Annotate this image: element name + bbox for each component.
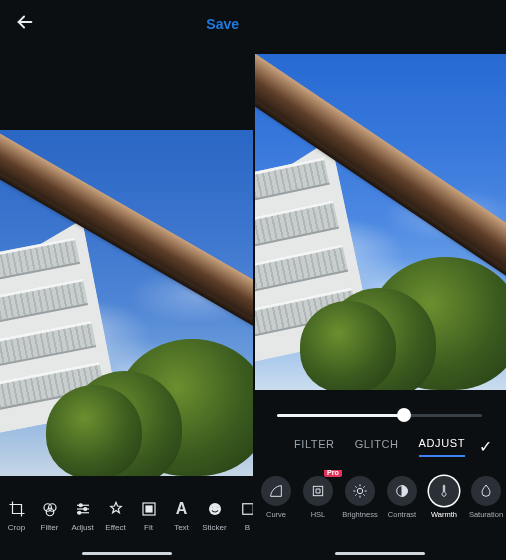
tool-label: Adjust (66, 523, 99, 532)
svg-point-1 (48, 504, 56, 512)
svg-rect-11 (242, 504, 253, 515)
photo-preview (255, 54, 506, 390)
adjust-label: HSL (297, 510, 339, 519)
svg-point-2 (46, 508, 54, 516)
back-arrow-icon[interactable] (14, 11, 36, 37)
tool-strip: Crop Filter Adjust Effect Fit A Text (0, 492, 253, 560)
svg-rect-12 (313, 486, 322, 495)
tool-label: Crop (0, 523, 33, 532)
adjust-label: Warmth (423, 510, 465, 519)
svg-point-13 (357, 488, 362, 493)
adjust-label: Curve (255, 510, 297, 519)
svg-point-10 (216, 507, 218, 509)
adjust-label: Contrast (381, 510, 423, 519)
photo-preview (0, 130, 253, 476)
warmth-icon (436, 483, 452, 499)
adjust-contrast[interactable]: Contrast (381, 470, 423, 519)
filter-icon (33, 498, 66, 520)
hsl-icon (310, 483, 326, 499)
svg-point-5 (77, 511, 80, 514)
crop-icon (0, 498, 33, 520)
svg-point-4 (83, 508, 86, 511)
brush-icon (231, 498, 253, 520)
tool-adjust[interactable]: Adjust (66, 498, 99, 532)
adjust-curve[interactable]: Curve (255, 470, 297, 519)
slider-track (277, 414, 482, 417)
tool-label: Text (165, 523, 198, 532)
slider-fill (277, 414, 404, 417)
svg-point-8 (209, 503, 221, 515)
save-button[interactable]: Save (206, 16, 239, 32)
tool-text[interactable]: A Text (165, 498, 198, 532)
saturation-icon (478, 483, 494, 499)
svg-point-3 (79, 504, 82, 507)
tool-label: Fit (132, 523, 165, 532)
tool-effect[interactable]: Effect (99, 498, 132, 532)
confirm-button[interactable]: ✓ (479, 437, 492, 456)
tool-fit[interactable]: Fit (132, 498, 165, 532)
mode-tabs: FILTER GLITCH ADJUST (253, 430, 506, 464)
tool-sticker[interactable]: Sticker (198, 498, 231, 532)
tool-label: Sticker (198, 523, 231, 532)
adjust-strip: Curve Pro HSL Brightness Contrast Warmth (253, 470, 506, 544)
svg-rect-7 (146, 506, 152, 512)
effect-icon (99, 498, 132, 520)
slider-thumb[interactable] (397, 408, 411, 422)
tool-label: B (231, 523, 253, 532)
tab-adjust[interactable]: ADJUST (419, 437, 465, 457)
home-indicator (335, 552, 425, 555)
contrast-icon (394, 483, 410, 499)
tool-crop[interactable]: Crop (0, 498, 33, 532)
brightness-icon (352, 483, 368, 499)
tab-filter[interactable]: FILTER (294, 438, 335, 456)
top-bar: Save (0, 0, 253, 48)
adjust-slider[interactable] (277, 405, 482, 425)
adjust-hsl[interactable]: Pro HSL (297, 470, 339, 519)
adjust-warmth[interactable]: Warmth (423, 470, 465, 519)
tool-more[interactable]: B (231, 498, 253, 532)
editor-pane-left: Save Crop (0, 0, 253, 560)
sticker-icon (198, 498, 231, 520)
curve-icon (268, 483, 284, 499)
tab-glitch[interactable]: GLITCH (355, 438, 399, 456)
tool-label: Effect (99, 523, 132, 532)
tool-filter[interactable]: Filter (33, 498, 66, 532)
adjust-saturation[interactable]: Saturation (465, 470, 506, 519)
adjust-brightness[interactable]: Brightness (339, 470, 381, 519)
svg-point-9 (211, 507, 213, 509)
editor-pane-right: FILTER GLITCH ADJUST ✓ Curve Pro HSL Bri… (253, 0, 506, 560)
adjust-label: Saturation (465, 510, 506, 519)
adjust-icon (66, 498, 99, 520)
text-icon: A (165, 498, 198, 520)
adjust-label: Brightness (339, 510, 381, 519)
tool-label: Filter (33, 523, 66, 532)
home-indicator (82, 552, 172, 555)
fit-icon (132, 498, 165, 520)
